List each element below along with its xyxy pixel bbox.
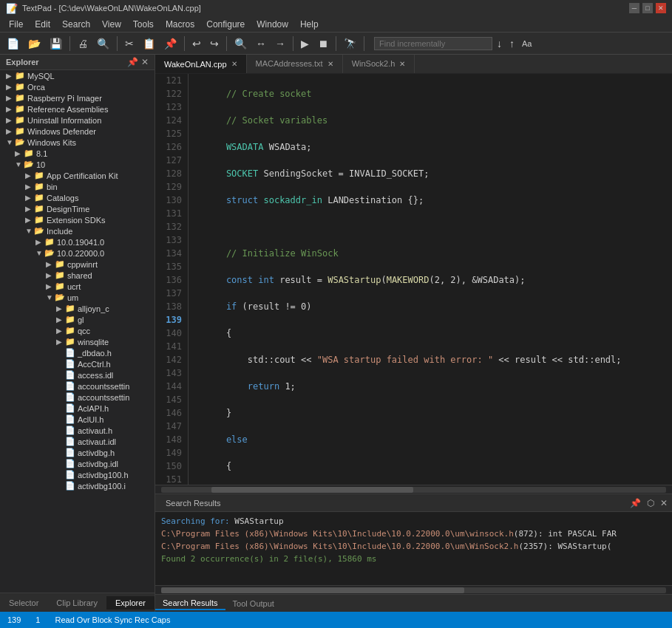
panel-pin-button[interactable]: 📌 xyxy=(628,496,642,510)
paste-button[interactable]: 📌 xyxy=(160,35,180,52)
tree-activdbg[interactable]: ▶ 📄 activdbg.h xyxy=(0,447,155,458)
tree-alljoyn[interactable]: ▶ 📁 alljoyn_c xyxy=(0,303,155,314)
tree-19041[interactable]: ▶ 📁 10.0.19041.0 xyxy=(0,236,155,248)
tree-ucrt[interactable]: ▶ 📁 ucrt xyxy=(0,281,155,292)
tab-selector[interactable]: Selector xyxy=(0,596,47,610)
menu-edit[interactable]: Edit xyxy=(29,18,56,31)
menu-help[interactable]: Help xyxy=(294,18,325,31)
tab-winsock2[interactable]: WinSock2.h ✕ xyxy=(343,55,415,73)
tab-close-icon[interactable]: ✕ xyxy=(327,60,333,68)
open-button[interactable]: 📂 xyxy=(24,35,44,52)
print-button[interactable]: 🖨 xyxy=(74,35,92,52)
maximize-button[interactable]: □ xyxy=(642,3,653,13)
tree-10[interactable]: ▼ 📂 10 xyxy=(0,159,155,170)
tree-activdbg100[interactable]: ▶ 📄 activdbg100.h xyxy=(0,469,155,480)
folder-icon: 📁 xyxy=(34,193,44,202)
search-result-2[interactable]: C:\Program Files (x86)\Windows Kits\10\I… xyxy=(161,540,666,553)
tree-bin[interactable]: ▶ 📁 bin xyxy=(0,181,155,192)
copy-button[interactable]: 📋 xyxy=(139,35,159,52)
arrow-icon: ▶ xyxy=(25,216,34,224)
tree-um[interactable]: ▼ 📂 um xyxy=(0,292,155,303)
tree-activdbg100i[interactable]: ▶ 📄 activdbg100.i xyxy=(0,480,155,491)
cut-button[interactable]: ✂ xyxy=(121,35,138,52)
tree-81[interactable]: ▶ 📁 8.1 xyxy=(0,148,155,159)
tree-dbdao[interactable]: ▶ 📄 _dbdao.h xyxy=(0,347,155,358)
tree-aclapi[interactable]: ▶ 📄 AclAPI.h xyxy=(0,403,155,414)
explorer-pin-button[interactable]: 📌 xyxy=(127,57,138,67)
tree-windefender[interactable]: ▶ 📁 Windows Defender xyxy=(0,126,155,137)
arrow-expanded-icon: ▼ xyxy=(6,138,15,146)
search-result-1[interactable]: C:\Program Files (x86)\Windows Kits\10\I… xyxy=(161,528,666,540)
tab-clip-library[interactable]: Clip Library xyxy=(47,596,106,610)
tree-accsett1[interactable]: ▶ 📄 accountssettin xyxy=(0,380,155,392)
print-preview-button[interactable]: 🔍 xyxy=(93,35,113,52)
tree-designtime[interactable]: ▶ 📁 DesignTime xyxy=(0,203,155,214)
menu-tools[interactable]: Tools xyxy=(127,18,160,31)
search-button[interactable]: 🔍 xyxy=(231,35,251,52)
search-hscrollbar[interactable] xyxy=(155,585,672,594)
tree-appcert[interactable]: ▶ 📁 App Certification Kit xyxy=(0,170,155,181)
tree-accsett2[interactable]: ▶ 📄 accountssettin xyxy=(0,392,155,403)
tree-activaut-idl[interactable]: ▶ 📄 activaut.idl xyxy=(0,436,155,447)
tree-include[interactable]: ▼ 📂 Include xyxy=(0,225,155,236)
find-next-button[interactable]: ↑ xyxy=(506,36,517,51)
tree-shared[interactable]: ▶ 📁 shared xyxy=(0,270,155,281)
new-button[interactable]: 📄 xyxy=(3,35,23,52)
close-button[interactable]: ✕ xyxy=(656,3,666,13)
code-hscrollbar[interactable] xyxy=(155,485,672,494)
code-line: return 1; xyxy=(194,380,666,393)
explorer-close-button[interactable]: ✕ xyxy=(141,57,149,67)
find-incrementally-input[interactable] xyxy=(374,37,492,50)
tab-wakeonlan[interactable]: WakeOnLAN.cpp ✕ xyxy=(155,55,247,73)
tree-gl[interactable]: ▶ 📁 gl xyxy=(0,314,155,325)
minimize-button[interactable]: ─ xyxy=(629,3,639,13)
goto-button[interactable]: → xyxy=(271,35,289,52)
tree-rpi[interactable]: ▶ 📁 Raspberry Pi Imager xyxy=(0,92,155,103)
explorer-tree[interactable]: ▶ 📁 MySQL ▶ 📁 Orca ▶ 📁 Raspberry Pi Imag… xyxy=(0,70,155,593)
find-case-button[interactable]: Aa xyxy=(519,38,534,50)
tab-explorer[interactable]: Explorer xyxy=(106,596,155,610)
menu-view[interactable]: View xyxy=(96,18,127,31)
arrow-icon: ▶ xyxy=(56,482,65,490)
find-prev-button[interactable]: ↓ xyxy=(494,36,505,51)
tree-22000[interactable]: ▼ 📂 10.0.22000.0 xyxy=(0,248,155,259)
run-button[interactable]: ▶ xyxy=(297,35,313,52)
undo-button[interactable]: ↩ xyxy=(189,35,205,52)
panel-float-button[interactable]: ⬡ xyxy=(645,496,656,510)
tree-accctrl[interactable]: ▶ 📄 AccCtrl.h xyxy=(0,358,155,369)
tab-close-icon[interactable]: ✕ xyxy=(399,60,405,68)
tree-mysql[interactable]: ▶ 📁 MySQL xyxy=(0,70,155,81)
tree-uninstall[interactable]: ▶ 📁 Uninstall Information xyxy=(0,115,155,126)
scrollbar-thumb[interactable] xyxy=(161,587,464,593)
code-content[interactable]: // Create socket // Socket variables WSA… xyxy=(189,74,672,485)
menu-macros[interactable]: Macros xyxy=(160,18,200,31)
redo-button[interactable]: ↪ xyxy=(206,35,223,52)
tab-close-icon[interactable]: ✕ xyxy=(231,60,237,68)
tree-label: alljoyn_c xyxy=(78,304,109,313)
tree-winsqlite[interactable]: ▶ 📁 winsqlite xyxy=(0,336,155,347)
tree-access[interactable]: ▶ 📄 access.idl xyxy=(0,369,155,380)
tree-aclui[interactable]: ▶ 📄 AclUI.h xyxy=(0,414,155,425)
tree-qcc[interactable]: ▶ 📁 qcc xyxy=(0,325,155,336)
menu-search[interactable]: Search xyxy=(56,18,96,31)
scrollbar-thumb[interactable] xyxy=(211,487,413,493)
tree-orca[interactable]: ▶ 📁 Orca xyxy=(0,81,155,92)
tree-cppwinrt[interactable]: ▶ 📁 cppwinrt xyxy=(0,259,155,270)
tab-search-results[interactable]: Search Results xyxy=(155,597,225,610)
stop-button[interactable]: ⏹ xyxy=(314,35,332,52)
tree-refassemblies[interactable]: ▶ 📁 Reference Assemblies xyxy=(0,103,155,115)
save-button[interactable]: 💾 xyxy=(46,35,66,52)
tree-activdbg-idl[interactable]: ▶ 📄 activdbg.idl xyxy=(0,458,155,469)
menu-configure[interactable]: Configure xyxy=(200,18,251,31)
menu-window[interactable]: Window xyxy=(251,18,294,31)
zoom-out-button[interactable]: 🔭 xyxy=(340,35,360,52)
tab-macaddresses[interactable]: MACAddresses.txt ✕ xyxy=(247,55,343,73)
panel-close-button[interactable]: ✕ xyxy=(659,496,669,510)
tree-winkits[interactable]: ▼ 📂 Windows Kits xyxy=(0,137,155,148)
menu-file[interactable]: File xyxy=(3,18,29,31)
tree-activaut-h[interactable]: ▶ 📄 activaut.h xyxy=(0,425,155,436)
tree-extsdks[interactable]: ▶ 📁 Extension SDKs xyxy=(0,214,155,225)
tab-tool-output[interactable]: Tool Output xyxy=(225,598,282,610)
replace-button[interactable]: ↔ xyxy=(252,35,270,52)
tree-catalogs[interactable]: ▶ 📁 Catalogs xyxy=(0,192,155,203)
